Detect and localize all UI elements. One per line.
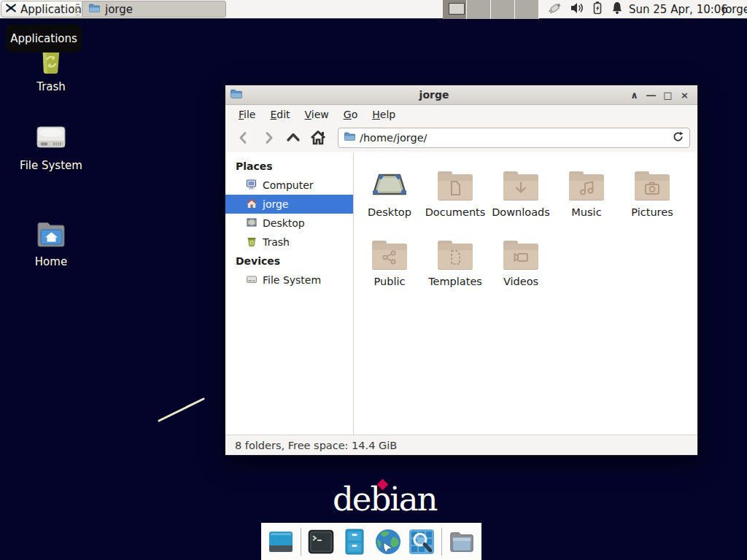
desktop-icon-home[interactable]: Home bbox=[16, 216, 86, 268]
folder-documents-icon bbox=[438, 171, 473, 201]
desktop-icon-label: Home bbox=[16, 255, 86, 268]
file-manager-window: jorge ∧ ― □ × File Edit View Go Help bbox=[225, 85, 698, 456]
menu-edit[interactable]: Edit bbox=[263, 107, 297, 122]
desktop-icon-label: Trash bbox=[16, 80, 86, 93]
close-button[interactable]: × bbox=[676, 87, 693, 104]
sidebar-item-label: jorge bbox=[263, 198, 288, 210]
taskbar-window-label: jorge bbox=[105, 3, 133, 16]
sidebar-item-computer[interactable]: Computer bbox=[225, 176, 353, 195]
file-item-videos[interactable]: Videos bbox=[488, 232, 554, 301]
toolbar bbox=[225, 123, 697, 152]
sidebar-item-jorge[interactable]: jorge bbox=[225, 195, 353, 214]
directory-menu-icon[interactable] bbox=[448, 528, 476, 556]
file-item-templates[interactable]: Templates bbox=[422, 232, 488, 301]
window-folder-icon bbox=[230, 88, 242, 103]
sidebar-heading-devices: Devices bbox=[225, 252, 353, 271]
volume-icon[interactable] bbox=[570, 1, 584, 18]
sidebar-item-file-system[interactable]: File System bbox=[225, 271, 353, 289]
workspace-1[interactable] bbox=[443, 0, 467, 19]
folder-downloads-icon bbox=[503, 171, 538, 201]
applications-tooltip: Applications bbox=[6, 24, 82, 52]
reload-icon[interactable] bbox=[672, 131, 684, 146]
workspace-4[interactable] bbox=[515, 0, 539, 19]
battery-charging-icon[interactable] bbox=[591, 1, 604, 18]
up-button[interactable] bbox=[282, 127, 304, 149]
bottom-dock bbox=[261, 523, 481, 560]
file-label: Templates bbox=[422, 276, 488, 287]
sidebar-item-desktop[interactable]: Desktop bbox=[225, 214, 353, 233]
notifications-bell-icon[interactable] bbox=[611, 1, 624, 18]
desktop-icon bbox=[246, 217, 258, 230]
applications-menu-button[interactable]: Applications bbox=[1, 1, 94, 18]
xfce-menu-icon bbox=[5, 2, 17, 17]
show-desktop-icon[interactable] bbox=[267, 528, 295, 556]
folder-templates-icon bbox=[438, 241, 473, 270]
home-icon bbox=[246, 198, 258, 211]
web-browser-icon[interactable] bbox=[374, 528, 402, 556]
desktop-icon-file-system[interactable]: File System bbox=[16, 120, 86, 172]
forward-button[interactable] bbox=[258, 127, 279, 149]
file-manager-icon[interactable] bbox=[341, 528, 368, 556]
top-panel: Applications jorge bbox=[0, 0, 747, 19]
folder-public-icon bbox=[372, 241, 407, 270]
folder-music-icon bbox=[569, 171, 604, 201]
trash-icon bbox=[246, 236, 258, 249]
address-bar[interactable] bbox=[338, 128, 690, 148]
file-label: Pictures bbox=[619, 206, 685, 218]
sidebar-item-label: Trash bbox=[263, 236, 290, 248]
file-item-downloads[interactable]: Downloads bbox=[488, 163, 554, 232]
file-grid: Desktop Documents Downloads bbox=[354, 152, 697, 435]
file-item-public[interactable]: Public bbox=[357, 232, 422, 301]
file-label: Music bbox=[554, 206, 619, 218]
workspace-switcher[interactable] bbox=[443, 0, 539, 19]
stray-line-artifact bbox=[155, 394, 209, 425]
file-label: Downloads bbox=[488, 206, 554, 218]
taskbar-window-button[interactable]: jorge bbox=[82, 1, 226, 18]
workspace-window-preview bbox=[449, 3, 465, 15]
menu-view[interactable]: View bbox=[298, 107, 336, 122]
maximize-button[interactable]: □ bbox=[659, 87, 676, 104]
address-input[interactable] bbox=[360, 132, 667, 144]
dock-separator bbox=[441, 528, 442, 556]
folder-icon bbox=[88, 2, 100, 17]
sidebar-item-label: Desktop bbox=[263, 217, 305, 229]
terminal-icon[interactable] bbox=[307, 528, 335, 556]
app-finder-icon[interactable] bbox=[408, 528, 436, 556]
home-folder-icon bbox=[16, 216, 86, 251]
menu-help[interactable]: Help bbox=[365, 107, 403, 122]
workspace-3[interactable] bbox=[491, 0, 515, 19]
sidebar: Places Computer bbox=[225, 152, 354, 435]
shade-button[interactable]: ∧ bbox=[626, 87, 643, 104]
panel-username[interactable]: jorge bbox=[722, 0, 747, 19]
panel-handle[interactable] bbox=[76, 4, 80, 15]
file-label: Documents bbox=[422, 206, 488, 218]
sidebar-item-label: Computer bbox=[263, 179, 314, 191]
file-item-music[interactable]: Music bbox=[554, 163, 619, 232]
debian-logo: debian bbox=[333, 480, 436, 518]
panel-clock[interactable]: Sun 25 Apr, 10:06 bbox=[629, 0, 728, 19]
sidebar-heading-places: Places bbox=[225, 157, 353, 176]
titlebar[interactable]: jorge ∧ ― □ × bbox=[225, 85, 697, 105]
sidebar-item-trash[interactable]: Trash bbox=[225, 233, 353, 252]
file-item-pictures[interactable]: Pictures bbox=[619, 163, 685, 232]
file-item-documents[interactable]: Documents bbox=[422, 163, 488, 232]
workspace-2[interactable] bbox=[467, 0, 491, 19]
menu-file[interactable]: File bbox=[231, 107, 263, 122]
back-button[interactable] bbox=[233, 127, 255, 149]
power-plug-icon[interactable] bbox=[547, 1, 563, 18]
window-main: Places Computer bbox=[225, 152, 697, 435]
folder-videos-icon bbox=[503, 241, 538, 270]
address-folder-icon bbox=[344, 131, 355, 145]
home-button[interactable] bbox=[307, 127, 329, 149]
statusbar: 8 folders, Free space: 14.4 GiB bbox=[225, 435, 697, 455]
computer-icon bbox=[246, 179, 258, 192]
hard-drive-icon bbox=[16, 120, 86, 155]
file-item-desktop[interactable]: Desktop bbox=[357, 163, 422, 232]
desktop-trapezoid-icon bbox=[357, 163, 422, 201]
menu-go[interactable]: Go bbox=[336, 107, 365, 122]
file-label: Public bbox=[357, 276, 422, 287]
drive-icon bbox=[246, 273, 258, 287]
desktop-icon-label: File System bbox=[16, 159, 86, 172]
folder-pictures-icon bbox=[635, 171, 670, 201]
minimize-button[interactable]: ― bbox=[643, 87, 659, 104]
